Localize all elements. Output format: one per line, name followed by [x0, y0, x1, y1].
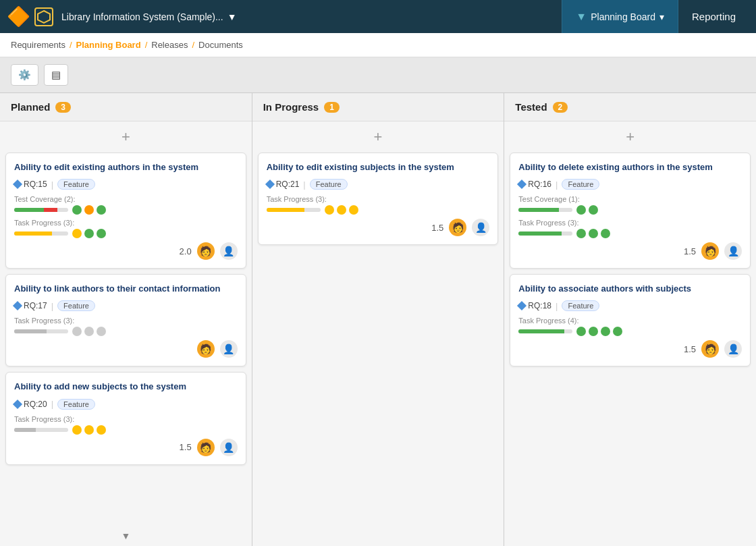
meta-divider: | [556, 180, 558, 190]
breadcrumb-sep-2: / [145, 40, 148, 50]
project-name: Library Information System (Sample)... [61, 11, 223, 22]
rq-badge: RQ:20 [14, 400, 47, 409]
logo-outline-icon[interactable] [34, 7, 53, 26]
table-row[interactable]: Ability to edit existing authors in the … [5, 153, 246, 269]
task-progress-section: Task Progress (3): [14, 219, 238, 238]
progress-dot [84, 229, 94, 238]
settings-button[interactable]: ⚙️ [11, 64, 38, 86]
add-card-button-planned[interactable]: + [5, 127, 246, 147]
feature-tag: Feature [562, 179, 599, 190]
planning-board-label: Planning Board [591, 11, 655, 22]
task-progress-bar-row [518, 327, 742, 336]
progress-dot [589, 229, 598, 238]
task-progress-dots [576, 229, 610, 238]
task-progress-label: Task Progress (3): [518, 219, 742, 227]
planning-board-nav[interactable]: ▼ Planning Board ▾ [562, 0, 678, 33]
test-coverage-bar-row [518, 205, 742, 215]
logo-hex-icon[interactable]: 🔶 [7, 5, 30, 28]
task-progress-label: Task Progress (3): [14, 415, 238, 423]
task-progress-dots [72, 327, 106, 336]
task-progress-bar-row [518, 229, 742, 238]
project-selector[interactable]: Library Information System (Sample)... ▼ [61, 11, 562, 22]
task-progress-bar-row [14, 327, 238, 336]
card-footer: 1.5🧑👤 [267, 219, 490, 236]
rq-badge: RQ:15 [14, 180, 47, 189]
settings-icon: ⚙️ [18, 69, 31, 81]
card-footer: 1.5🧑👤 [14, 439, 238, 456]
avatar: 👤 [220, 340, 238, 358]
test-coverage-dots [576, 205, 598, 215]
progress-dot [84, 425, 94, 435]
avatar: 🧑 [701, 242, 719, 260]
task-progress-section: Task Progress (3): [14, 415, 238, 435]
card-footer: 🧑👤 [14, 340, 238, 358]
rq-number: RQ:15 [24, 180, 47, 189]
breadcrumb-sep-1: / [70, 40, 72, 50]
breadcrumb-documents[interactable]: Documents [198, 40, 243, 50]
progress-dot [97, 425, 106, 435]
card-score: 1.5 [684, 246, 696, 256]
table-row[interactable]: Ability to add new subjects to the syste… [5, 372, 246, 464]
task-progress-bar-row [267, 205, 490, 215]
task-progress-label: Task Progress (3): [14, 219, 238, 227]
meta-divider: | [51, 301, 53, 311]
progress-dot [97, 229, 106, 238]
project-chevron-icon: ▼ [227, 11, 237, 22]
progress-dot [601, 229, 610, 238]
card-meta: RQ:15 | Feature [14, 179, 238, 190]
breadcrumb-planning-board[interactable]: Planning Board [76, 40, 141, 50]
task-progress-bar [518, 329, 572, 333]
card-title: Ability to associate authors with subjec… [518, 283, 742, 295]
test-coverage-section: Test Coverage (2): [14, 195, 238, 215]
progress-dot [72, 327, 82, 336]
column-planned: Planned 3 +Ability to edit existing auth… [0, 93, 252, 546]
table-row[interactable]: Ability to delete existing authors in th… [510, 153, 751, 269]
breadcrumb-requirements[interactable]: Requirements [11, 40, 65, 50]
task-progress-section: Task Progress (3): [267, 195, 490, 215]
rq-badge: RQ:16 [518, 180, 551, 189]
diamond-icon [517, 301, 526, 310]
table-row[interactable]: Ability to link authors to their contact… [5, 274, 246, 366]
progress-dot [97, 205, 106, 215]
progress-dot [337, 205, 346, 215]
reporting-label: Reporting [692, 11, 736, 22]
column-count-planned: 3 [55, 102, 71, 113]
card-score: 1.5 [431, 223, 443, 233]
card-title: Ability to edit existing subjects in the… [267, 161, 490, 173]
column-title-in-progress: In Progress [263, 101, 319, 113]
column-tested: Tested 2 +Ability to delete existing aut… [504, 93, 756, 546]
progress-dot [325, 205, 334, 215]
table-row[interactable]: Ability to edit existing subjects in the… [258, 153, 499, 245]
avatar: 🧑 [701, 340, 719, 358]
task-progress-section: Task Progress (3): [518, 219, 742, 238]
progress-dot [589, 205, 598, 215]
scroll-down-button[interactable]: ▼ [5, 530, 246, 541]
diamond-icon [265, 180, 275, 189]
progress-dot [97, 327, 106, 336]
table-row[interactable]: Ability to associate authors with subjec… [510, 274, 751, 366]
card-meta: RQ:16 | Feature [518, 179, 742, 190]
task-progress-dots [72, 229, 106, 238]
meta-divider: | [556, 301, 558, 311]
card-title: Ability to delete existing authors in th… [518, 161, 742, 173]
progress-fill [518, 231, 562, 236]
add-card-button-tested[interactable]: + [510, 127, 751, 147]
feature-tag: Feature [57, 300, 95, 311]
test-coverage-label: Test Coverage (1): [518, 195, 742, 203]
progress-dot [84, 205, 94, 215]
task-progress-dots [325, 205, 358, 215]
add-card-button-in-progress[interactable]: + [258, 127, 499, 147]
breadcrumb-releases[interactable]: Releases [151, 40, 188, 50]
diamond-icon [517, 180, 526, 189]
feature-tag: Feature [310, 179, 348, 190]
task-progress-section: Task Progress (4): [518, 317, 742, 336]
progress-dot [576, 229, 586, 238]
reporting-nav[interactable]: Reporting [678, 0, 749, 33]
planning-board: Planned 3 +Ability to edit existing auth… [0, 93, 756, 546]
progress-dot [576, 205, 586, 215]
avatar: 🧑 [197, 242, 215, 260]
card-view-button[interactable]: ▤ [44, 64, 68, 86]
progress-dot [576, 327, 586, 336]
progress-fill [14, 208, 44, 212]
card-footer: 1.5🧑👤 [518, 242, 742, 260]
